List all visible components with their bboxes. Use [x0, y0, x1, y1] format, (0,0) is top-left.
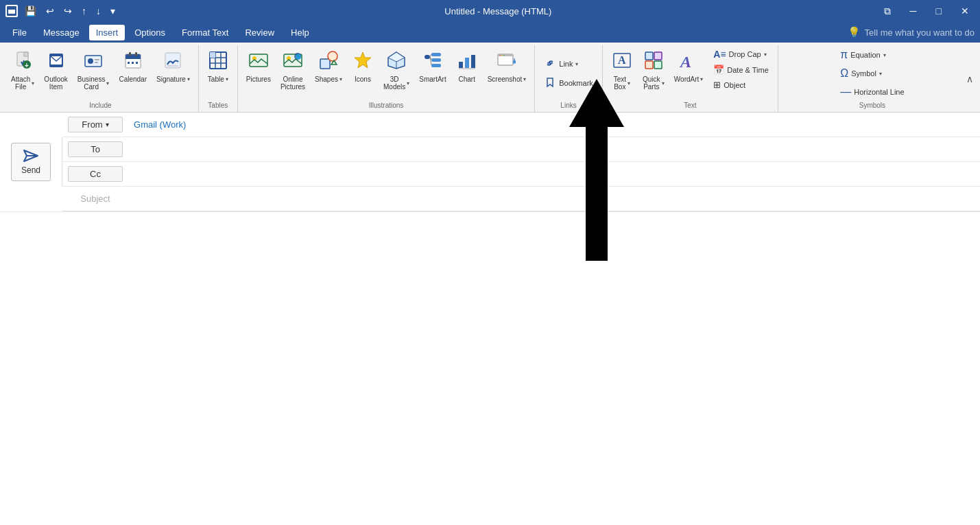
pictures-button[interactable]: Pictures	[242, 47, 275, 86]
chart-button[interactable]: Chart	[452, 47, 482, 86]
lightbulb-icon: 💡	[848, 26, 861, 38]
email-fields: From ▾ Gmail (Work) To Cc	[62, 113, 980, 211]
links-group-label: Links	[539, 102, 598, 110]
3d-models-button[interactable]: 3DModels ▾	[379, 47, 414, 93]
bookmark-button[interactable]: Bookmark	[539, 75, 598, 91]
screenshot-button[interactable]: Screenshot ▾	[483, 47, 531, 86]
signature-button[interactable]: Signature ▾	[152, 47, 194, 86]
menu-search[interactable]: 💡 Tell me what you want to do	[848, 26, 975, 38]
undo-qat-button[interactable]: ↩	[43, 4, 57, 18]
to-button[interactable]: To	[68, 141, 123, 157]
horizontal-line-label: Horizontal Line	[854, 88, 904, 96]
business-card-button[interactable]: BusinessCard ▾	[73, 47, 114, 93]
svg-text:A: A	[618, 54, 626, 66]
attach-file-label: AttachFile	[11, 75, 30, 91]
menu-insert[interactable]: Insert	[89, 25, 126, 40]
drop-cap-icon: A≡	[713, 49, 726, 60]
to-value[interactable]	[128, 147, 980, 152]
title-bar-left: 💾 ↩ ↪ ↑ ↓ ▾	[5, 4, 118, 18]
svg-rect-50	[465, 58, 469, 68]
menu-help[interactable]: Help	[284, 25, 316, 40]
maximize-button[interactable]: □	[931, 3, 947, 19]
save-qat-button[interactable]: 💾	[22, 4, 39, 18]
send-button[interactable]: Send	[11, 143, 51, 181]
minimize-button[interactable]: ─	[905, 3, 922, 19]
ribbon-group-illustrations: Pictures 🌐 Onl	[238, 45, 535, 112]
tables-group-label: Tables	[203, 102, 233, 110]
calendar-label: Calendar	[119, 75, 147, 83]
online-pictures-button[interactable]: 🌐 OnlinePictures	[276, 47, 309, 93]
symbol-label: Symbol	[851, 69, 876, 78]
drop-cap-button[interactable]: A≡ Drop Cap ▾	[708, 47, 774, 62]
ribbon-group-links-items: Link ▾ Bookmark	[539, 47, 598, 100]
shapes-label: Shapes	[315, 75, 338, 83]
from-dropdown-button[interactable]: From ▾	[68, 117, 123, 132]
table-button[interactable]: Table ▾	[203, 47, 233, 86]
symbol-button[interactable]: Ω Symbol ▾	[835, 65, 887, 82]
equation-button[interactable]: π Equation ▾	[835, 47, 890, 63]
business-card-icon	[82, 49, 104, 74]
text-small-buttons: A≡ Drop Cap ▾ 📅 Date & Time ⊞ Object	[708, 47, 774, 92]
search-prompt-text[interactable]: Tell me what you want to do	[865, 27, 975, 38]
menu-message[interactable]: Message	[36, 25, 86, 40]
link-button[interactable]: Link ▾	[539, 56, 583, 72]
smartart-button[interactable]: SmartArt	[415, 47, 450, 86]
shapes-button[interactable]: Shapes ▾	[311, 47, 346, 86]
wordart-icon: A	[678, 49, 700, 74]
menu-options[interactable]: Options	[128, 25, 172, 40]
object-button[interactable]: ⊞ Object	[708, 78, 774, 92]
svg-point-55	[499, 55, 501, 56]
compose-body[interactable]	[0, 212, 980, 525]
cc-button[interactable]: Cc	[68, 166, 123, 182]
horizontal-line-button[interactable]: — Horizontal Line	[835, 84, 909, 100]
ribbon-collapse-area: ∧	[966, 45, 977, 112]
ribbon-group-tables-items: Table ▾	[203, 47, 233, 100]
svg-rect-29	[250, 54, 267, 67]
menu-format-text[interactable]: Format Text	[175, 25, 235, 40]
screenshot-label: Screenshot	[488, 75, 523, 83]
customize-qat-button[interactable]: ▾	[108, 4, 118, 18]
svg-rect-35	[320, 59, 330, 69]
from-field-row: From ▾ Gmail (Work)	[62, 113, 980, 137]
restore-window-button[interactable]: ⧉	[879, 3, 896, 20]
redo-qat-button[interactable]: ↪	[61, 4, 75, 18]
text-box-button[interactable]: A TextBox ▾	[607, 47, 637, 93]
calendar-button[interactable]: Calendar	[115, 47, 151, 86]
outlook-item-label: OutlookItem	[44, 75, 67, 91]
svg-point-56	[501, 55, 503, 56]
from-value[interactable]: Gmail (Work)	[128, 117, 980, 132]
attach-file-button[interactable]: + AttachFile ▾	[7, 47, 38, 93]
svg-rect-42	[425, 55, 430, 59]
symbol-icon: Ω	[840, 67, 848, 80]
outlook-item-button[interactable]: OutlookItem	[40, 47, 71, 93]
svg-rect-20	[136, 62, 138, 64]
ribbon-content: + AttachFile ▾	[0, 45, 980, 112]
from-label: From	[82, 119, 102, 130]
date-time-icon: 📅	[713, 65, 724, 75]
menu-review[interactable]: Review	[238, 25, 281, 40]
close-button[interactable]: ✕	[955, 3, 975, 19]
ribbon-collapse-button[interactable]: ∧	[966, 73, 973, 84]
prev-qat-button[interactable]: ↑	[79, 4, 89, 18]
symbols-group-label: Symbols	[782, 102, 962, 110]
svg-marker-38	[355, 52, 371, 68]
svg-rect-45	[431, 64, 441, 67]
wordart-button[interactable]: A WordArt ▾	[670, 47, 708, 86]
cc-value[interactable]	[128, 172, 980, 177]
svg-text:A: A	[679, 53, 691, 71]
next-qat-button[interactable]: ↓	[93, 4, 104, 18]
icons-button[interactable]: Icons	[348, 47, 378, 86]
svg-rect-18	[128, 62, 130, 64]
ribbon-group-symbols-items: π Equation ▾ Ω Symbol ▾ — Horizontal Lin…	[835, 47, 909, 100]
quick-parts-button[interactable]: QuickParts ▾	[638, 47, 669, 93]
subject-value[interactable]	[128, 196, 980, 202]
svg-text:🌐: 🌐	[296, 54, 302, 60]
svg-rect-44	[431, 58, 441, 62]
icons-label: Icons	[355, 75, 371, 83]
date-time-label: Date & Time	[727, 66, 769, 74]
date-time-button[interactable]: 📅 Date & Time	[708, 62, 774, 77]
send-label: Send	[21, 165, 40, 175]
menu-file[interactable]: File	[5, 25, 34, 40]
signature-label: Signature	[156, 75, 186, 83]
smartart-icon	[422, 49, 444, 74]
